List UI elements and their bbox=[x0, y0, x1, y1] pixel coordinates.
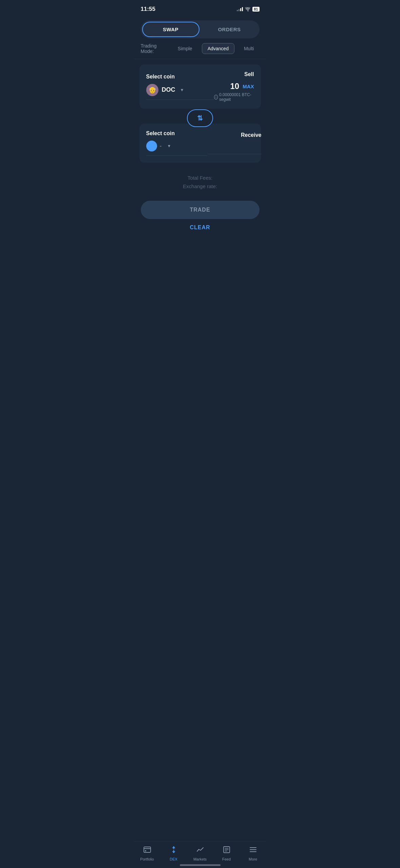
doc-coin-avatar: 👴 bbox=[146, 84, 158, 96]
status-time: 11:55 bbox=[141, 6, 155, 13]
coin-selector-receive[interactable]: - ▼ bbox=[146, 141, 207, 151]
total-fees-row: Total Fees: bbox=[141, 175, 260, 181]
btc-rate-info: i 0.00000001 BTC-segwit bbox=[214, 92, 254, 102]
swap-arrows-icon: ⇅ bbox=[197, 114, 203, 122]
sell-card: Select coin 👴 DOC ▼ Sell 10 MAX i 0.0000… bbox=[139, 65, 261, 109]
info-icon: i bbox=[214, 95, 218, 100]
wifi-icon bbox=[245, 7, 250, 11]
trade-section: TRADE CLEAR bbox=[134, 195, 266, 237]
tab-switcher: SWAP ORDERS bbox=[141, 20, 260, 38]
swap-tab[interactable]: SWAP bbox=[142, 22, 199, 37]
main-content: Select coin 👴 DOC ▼ Sell 10 MAX i 0.0000… bbox=[134, 59, 266, 168]
select-coin-label-sell: Select coin bbox=[146, 74, 214, 80]
total-fees-label: Total Fees: bbox=[188, 175, 212, 181]
trading-mode-bar: Trading Mode: Simple Advanced Multi bbox=[134, 38, 266, 59]
swap-direction-button[interactable]: ⇅ bbox=[187, 109, 213, 127]
sell-coin-dropdown-icon: ▼ bbox=[180, 88, 184, 92]
btc-rate-value: 0.00000001 BTC-segwit bbox=[219, 92, 254, 102]
fees-section: Total Fees: Exchange rate: bbox=[134, 168, 266, 195]
exchange-rate-row: Exchange rate: bbox=[141, 183, 260, 189]
receive-coin-dot bbox=[146, 141, 157, 151]
status-bar: 11:55 81 bbox=[134, 0, 266, 17]
sell-label: Sell bbox=[244, 71, 254, 77]
coin-selector-sell[interactable]: 👴 DOC ▼ bbox=[146, 84, 214, 96]
simple-mode-btn[interactable]: Simple bbox=[172, 43, 198, 54]
signal-bars-icon bbox=[237, 7, 243, 11]
sell-coin-name: DOC bbox=[162, 86, 175, 93]
clear-button[interactable]: CLEAR bbox=[141, 220, 260, 235]
receive-coin-dash: - bbox=[160, 143, 162, 150]
battery-indicator: 81 bbox=[252, 7, 259, 12]
receive-label: Receive bbox=[241, 132, 262, 138]
max-button[interactable]: MAX bbox=[243, 84, 254, 89]
multi-mode-btn[interactable]: Multi bbox=[239, 43, 260, 54]
advanced-mode-btn[interactable]: Advanced bbox=[202, 43, 234, 54]
receive-card: Select coin - ▼ Receive bbox=[139, 124, 261, 163]
exchange-rate-label: Exchange rate: bbox=[183, 183, 217, 189]
select-coin-label-receive: Select coin bbox=[146, 130, 207, 137]
battery-level: 81 bbox=[254, 7, 258, 11]
trading-mode-label: Trading Mode: bbox=[141, 43, 168, 54]
trade-button[interactable]: TRADE bbox=[141, 201, 260, 219]
swap-direction-container: ⇅ bbox=[139, 109, 261, 127]
sell-amount-value: 10 bbox=[230, 82, 239, 91]
receive-coin-dropdown-icon: ▼ bbox=[167, 144, 171, 148]
status-icons: 81 bbox=[237, 7, 259, 12]
orders-tab[interactable]: ORDERS bbox=[201, 22, 258, 37]
